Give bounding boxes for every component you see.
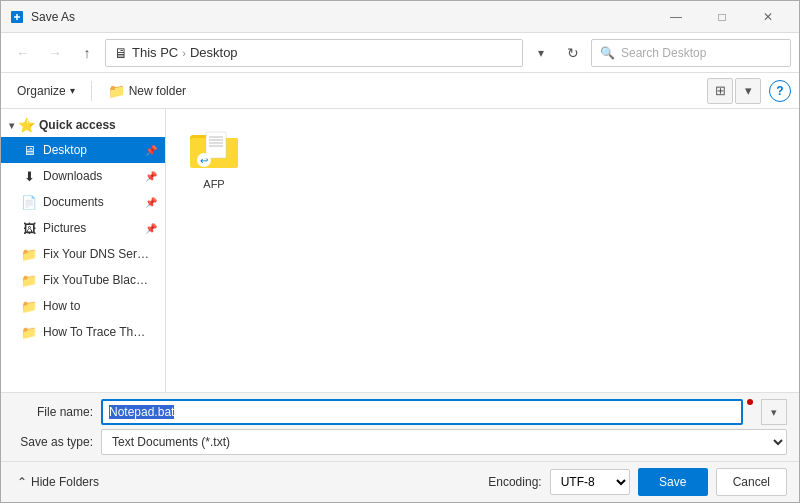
organize-chevron: ▾ [70, 85, 75, 96]
sidebar-pictures-label: Pictures [43, 221, 137, 235]
savetype-select[interactable]: Text Documents (*.txt) [101, 429, 787, 455]
breadcrumb: 🖥 This PC › Desktop [114, 45, 238, 61]
title-bar: Save As — □ ✕ [1, 1, 799, 33]
filename-wrapper [101, 399, 753, 425]
sidebar-how-to-label: How to [43, 299, 157, 313]
close-button[interactable]: ✕ [745, 1, 791, 33]
search-icon: 🔍 [600, 46, 615, 60]
afp-folder-icon: ↩ [186, 125, 242, 173]
footer-bar: ⌃ Hide Folders Encoding: UTF-8 Save Canc… [1, 461, 799, 502]
svg-rect-1 [206, 132, 226, 158]
view-mode-button[interactable]: ⊞ [707, 78, 733, 104]
quick-access-chevron [9, 118, 14, 132]
sidebar-item-fix-youtube[interactable]: 📁 Fix YouTube Blac… [1, 267, 165, 293]
filename-input[interactable] [101, 399, 743, 425]
sidebar-item-how-to-trace[interactable]: 📁 How To Trace Th… [1, 319, 165, 345]
breadcrumb-root-icon: 🖥 [114, 45, 128, 61]
new-folder-button[interactable]: 📁 New folder [100, 78, 194, 104]
back-button[interactable]: ← [9, 39, 37, 67]
organize-button[interactable]: Organize ▾ [9, 78, 83, 104]
pin-icon-desktop: 📌 [145, 145, 157, 156]
search-box[interactable]: 🔍 Search Desktop [591, 39, 791, 67]
folder-icon-how-to: 📁 [21, 298, 37, 314]
action-buttons: Save Cancel [638, 468, 787, 496]
address-bar: ← → ↑ 🖥 This PC › Desktop ▾ ↻ 🔍 Search D… [1, 33, 799, 73]
dialog-icon [9, 9, 25, 25]
save-as-dialog: Save As — □ ✕ ← → ↑ 🖥 This PC › Desktop … [0, 0, 800, 503]
window-controls: — □ ✕ [653, 1, 791, 33]
search-placeholder: Search Desktop [621, 46, 706, 60]
folder-icon-fix-youtube: 📁 [21, 272, 37, 288]
content-area: ↩ AFP [166, 109, 799, 392]
savetype-wrapper: Text Documents (*.txt) [101, 429, 787, 455]
minimize-button[interactable]: — [653, 1, 699, 33]
forward-button[interactable]: → [41, 39, 69, 67]
quick-access-label: Quick access [39, 118, 116, 132]
encoding-row: Encoding: UTF-8 Save Cancel [488, 468, 787, 496]
address-box[interactable]: 🖥 This PC › Desktop [105, 39, 523, 67]
breadcrumb-root: This PC [132, 45, 178, 60]
savetype-row: Save as type: Text Documents (*.txt) [13, 429, 787, 455]
sidebar-how-to-trace-label: How To Trace Th… [43, 325, 157, 339]
address-dropdown-button[interactable]: ▾ [527, 39, 555, 67]
hide-folders-button[interactable]: ⌃ Hide Folders [13, 473, 103, 491]
filename-dropdown-button[interactable]: ▾ [761, 399, 787, 425]
dialog-title: Save As [31, 10, 653, 24]
help-button[interactable]: ? [769, 80, 791, 102]
sidebar: ⭐ Quick access 🖥 Desktop 📌 ⬇ Downloads 📌… [1, 109, 166, 392]
error-indicator [747, 399, 753, 405]
hide-folders-label: Hide Folders [31, 475, 99, 489]
pin-icon-documents: 📌 [145, 197, 157, 208]
sidebar-item-pictures[interactable]: 🖼 Pictures 📌 [1, 215, 165, 241]
encoding-select[interactable]: UTF-8 [550, 469, 630, 495]
view-buttons: ⊞ ▾ [707, 78, 761, 104]
sidebar-fix-dns-label: Fix Your DNS Ser… [43, 247, 157, 261]
pin-icon-pictures: 📌 [145, 223, 157, 234]
breadcrumb-folder: Desktop [190, 45, 238, 60]
encoding-label: Encoding: [488, 475, 541, 489]
sidebar-documents-label: Documents [43, 195, 137, 209]
toolbar: Organize ▾ 📁 New folder ⊞ ▾ ? [1, 73, 799, 109]
savetype-label: Save as type: [13, 435, 93, 449]
breadcrumb-sep: › [182, 47, 186, 59]
toolbar-separator [91, 81, 92, 101]
save-button[interactable]: Save [638, 468, 708, 496]
folder-icon-how-to-trace: 📁 [21, 324, 37, 340]
new-folder-label: New folder [129, 84, 186, 98]
sidebar-item-downloads[interactable]: ⬇ Downloads 📌 [1, 163, 165, 189]
cancel-button[interactable]: Cancel [716, 468, 787, 496]
sidebar-item-how-to[interactable]: 📁 How to [1, 293, 165, 319]
sidebar-fix-youtube-label: Fix YouTube Blac… [43, 273, 157, 287]
quick-access-header[interactable]: ⭐ Quick access [1, 113, 165, 137]
pictures-icon: 🖼 [21, 220, 37, 236]
file-item-afp[interactable]: ↩ AFP [174, 117, 254, 205]
sidebar-downloads-label: Downloads [43, 169, 137, 183]
quick-access-icon: ⭐ [18, 117, 35, 133]
view-icon: ⊞ [715, 83, 726, 98]
maximize-button[interactable]: □ [699, 1, 745, 33]
sidebar-item-desktop[interactable]: 🖥 Desktop 📌 [1, 137, 165, 163]
svg-text:↩: ↩ [200, 155, 208, 166]
refresh-button[interactable]: ↻ [559, 39, 587, 67]
pin-icon-downloads: 📌 [145, 171, 157, 182]
organize-label: Organize [17, 84, 66, 98]
chevron-left-icon: ⌃ [17, 475, 27, 489]
desktop-icon: 🖥 [21, 142, 37, 158]
sidebar-item-documents[interactable]: 📄 Documents 📌 [1, 189, 165, 215]
new-folder-icon: 📁 [108, 83, 125, 99]
sidebar-item-fix-dns[interactable]: 📁 Fix Your DNS Ser… [1, 241, 165, 267]
filename-row: File name: ▾ [13, 399, 787, 425]
downloads-icon: ⬇ [21, 168, 37, 184]
folder-icon-fix-dns: 📁 [21, 246, 37, 262]
documents-icon: 📄 [21, 194, 37, 210]
main-area: ⭐ Quick access 🖥 Desktop 📌 ⬇ Downloads 📌… [1, 109, 799, 392]
filename-label: File name: [13, 405, 93, 419]
afp-label: AFP [203, 177, 224, 191]
view-dropdown-button[interactable]: ▾ [735, 78, 761, 104]
up-button[interactable]: ↑ [73, 39, 101, 67]
bottom-bar: File name: ▾ Save as type: Text Document… [1, 392, 799, 461]
sidebar-desktop-label: Desktop [43, 143, 137, 157]
